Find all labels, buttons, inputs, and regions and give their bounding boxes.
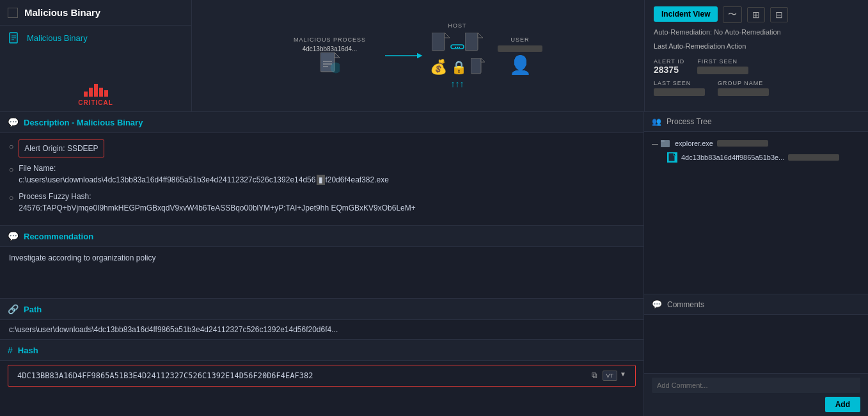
comment-input[interactable] bbox=[652, 378, 860, 393]
host-icons bbox=[432, 33, 483, 54]
user-label: USER bbox=[511, 36, 530, 43]
last-seen-label: LAST SEEN bbox=[654, 80, 705, 86]
process-tree-header: 👥 Process Tree bbox=[644, 112, 868, 132]
process-block: MALICIOUS PROCESS 4dc13bb83a16d4... bbox=[294, 36, 366, 76]
incident-view-button[interactable]: Incident View bbox=[654, 6, 718, 22]
copy-icon[interactable]: ⧉ bbox=[592, 371, 597, 381]
down-arrows: ↑↑↑ bbox=[451, 79, 464, 89]
title-row: Malicious Binary bbox=[0, 0, 191, 26]
pt-toggle[interactable]: — bbox=[652, 140, 658, 147]
comments-title: Comments bbox=[667, 300, 704, 309]
critical-section: CRITICAL bbox=[0, 79, 191, 111]
comments-body bbox=[644, 315, 868, 373]
right-main: 👥 Process Tree — explorer.exe bbox=[644, 112, 868, 416]
auto-remed-value: No Auto-Remediation bbox=[714, 28, 781, 36]
alert-origin-highlighted: Alert Origin: SSDEEP bbox=[19, 140, 104, 157]
expand-icon[interactable]: ▼ bbox=[620, 371, 626, 381]
pt-child-item[interactable]: 4dc13bb83a16d4ff9865a51b3e... bbox=[667, 152, 860, 163]
host-label: HOST bbox=[448, 22, 467, 29]
hash-value-text: 4DC13BB83A16D4FF9865A51B3E4D24112327C526… bbox=[17, 371, 587, 380]
process-tree-icon: 👥 bbox=[652, 117, 661, 126]
alert-id-group: ALERT ID 28375 bbox=[654, 58, 684, 75]
malicious-doc-icon bbox=[320, 52, 340, 76]
svg-rect-17 bbox=[471, 58, 481, 74]
path-header: 🔗 Path bbox=[0, 299, 643, 320]
process-label: MALICIOUS PROCESS bbox=[294, 36, 366, 43]
host-group: HOST 💰 🔒 bbox=[430, 22, 485, 89]
group-name-label: GROUP NAME bbox=[718, 80, 769, 86]
recommendation-header: 💬 Recommendation bbox=[0, 226, 643, 247]
bar1 bbox=[84, 92, 88, 97]
bullet-3: ○ bbox=[9, 192, 13, 204]
recommendation-body: Investigate according to organization po… bbox=[0, 247, 643, 298]
auto-remediation-info: Auto-Remediation: No Auto-Remediation La… bbox=[654, 27, 859, 52]
comments-section: 💬 Comments Add bbox=[644, 294, 868, 416]
hash-value-container: 4DC13BB83A16D4FF9865A51B3E4D24112327C526… bbox=[8, 365, 636, 387]
pt-root-blurred bbox=[717, 140, 768, 147]
explorer-folder-icon bbox=[661, 138, 671, 148]
hash-icon: # bbox=[8, 345, 13, 355]
right-panel-header: Incident View 〜 ⊞ ⊟ Auto-Remediation: No… bbox=[644, 0, 868, 111]
svg-marker-13 bbox=[445, 33, 450, 38]
host-chain-icon bbox=[450, 39, 465, 54]
vt-button[interactable]: VT bbox=[603, 371, 618, 381]
bar5 bbox=[104, 90, 108, 97]
recommendation-text: Investigate according to organization po… bbox=[9, 253, 155, 262]
bar3 bbox=[94, 84, 98, 97]
pt-root-item[interactable]: — explorer.exe bbox=[652, 138, 860, 148]
pt-child-blurred bbox=[788, 154, 839, 161]
first-seen-group: FIRST SEEN bbox=[697, 58, 748, 75]
description-title: Description - Malicious Binary bbox=[24, 118, 143, 127]
comments-header: 💬 Comments bbox=[644, 294, 868, 315]
viz-area: MALICIOUS PROCESS 4dc13bb83a16d4... bbox=[192, 0, 644, 111]
svg-rect-12 bbox=[432, 33, 445, 51]
top-bar-left: Malicious Binary Malicious Binary CRITIC… bbox=[0, 0, 192, 111]
last-action-label: Last Auto-Remediation Action bbox=[654, 41, 859, 52]
recommendation-title: Recommendation bbox=[24, 232, 93, 241]
fuzzy-hash-item: ○ Process Fuzzy Hash: 24576:TAPQ+bVjmqe0… bbox=[9, 191, 635, 214]
user-name-blurred bbox=[498, 45, 542, 52]
grid-icon-button[interactable]: ⊟ bbox=[770, 7, 788, 22]
host-file-1 bbox=[432, 33, 450, 54]
path-title: Path bbox=[24, 305, 42, 314]
bar2 bbox=[89, 88, 93, 97]
fuzzy-hash-content: Process Fuzzy Hash: 24576:TAPQ+bVjmqe0I9… bbox=[19, 191, 416, 214]
select-checkbox[interactable] bbox=[8, 8, 18, 18]
bar4 bbox=[99, 88, 103, 97]
svg-rect-15 bbox=[465, 33, 478, 51]
process-name: 4dc13bb83a16d4... bbox=[303, 45, 358, 52]
hash-header: # Hash bbox=[0, 340, 643, 361]
hash-section-body: 4DC13BB83A16D4FF9865A51B3E4D24112327C526… bbox=[0, 365, 643, 387]
nav-item-malicious-binary[interactable]: Malicious Binary bbox=[0, 26, 191, 50]
comments-icon: 💬 bbox=[652, 300, 662, 309]
alert-title: Malicious Binary bbox=[24, 7, 100, 18]
file-name-content: File Name: c:\users\user\downloads\4dc13… bbox=[19, 163, 389, 186]
chart-icon-button[interactable]: 〜 bbox=[723, 6, 742, 23]
user-figure: 👤 bbox=[509, 54, 532, 76]
svg-rect-20 bbox=[661, 140, 665, 142]
process-tree-title: Process Tree bbox=[667, 117, 712, 126]
layout-icon-button[interactable]: ⊞ bbox=[747, 7, 765, 22]
svg-point-9 bbox=[331, 63, 340, 73]
top-right-actions: Incident View 〜 ⊞ ⊟ bbox=[654, 6, 859, 23]
pt-child-file-icon bbox=[667, 152, 677, 163]
svg-marker-5 bbox=[335, 52, 340, 58]
add-comment-button[interactable]: Add bbox=[825, 397, 860, 412]
file-icon bbox=[8, 31, 20, 44]
first-seen-label: FIRST SEEN bbox=[697, 58, 748, 65]
top-bar: Malicious Binary Malicious Binary CRITIC… bbox=[0, 0, 868, 112]
host-file-3 bbox=[471, 58, 485, 76]
alert-info-2: LAST SEEN GROUP NAME bbox=[654, 80, 859, 96]
nav-item-label: Malicious Binary bbox=[27, 33, 88, 43]
pt-child-name: 4dc13bb83a16d4ff9865a51b3e... bbox=[681, 154, 784, 161]
hash-actions: ⧉ VT ▼ bbox=[592, 371, 626, 381]
svg-marker-18 bbox=[481, 58, 485, 62]
main-content: 💬 Description - Malicious Binary ○ Alert… bbox=[0, 112, 868, 416]
user-block: USER 👤 bbox=[498, 36, 542, 76]
file-name-item: ○ File Name: c:\users\user\downloads\4dc… bbox=[9, 163, 635, 186]
alert-origin-text: Alert Origin: SSDEEP bbox=[24, 143, 98, 154]
description-header: 💬 Description - Malicious Binary bbox=[0, 112, 643, 133]
description-icon: 💬 bbox=[8, 117, 19, 127]
group-name-group: GROUP NAME bbox=[718, 80, 769, 96]
recommendation-icon: 💬 bbox=[8, 231, 19, 241]
